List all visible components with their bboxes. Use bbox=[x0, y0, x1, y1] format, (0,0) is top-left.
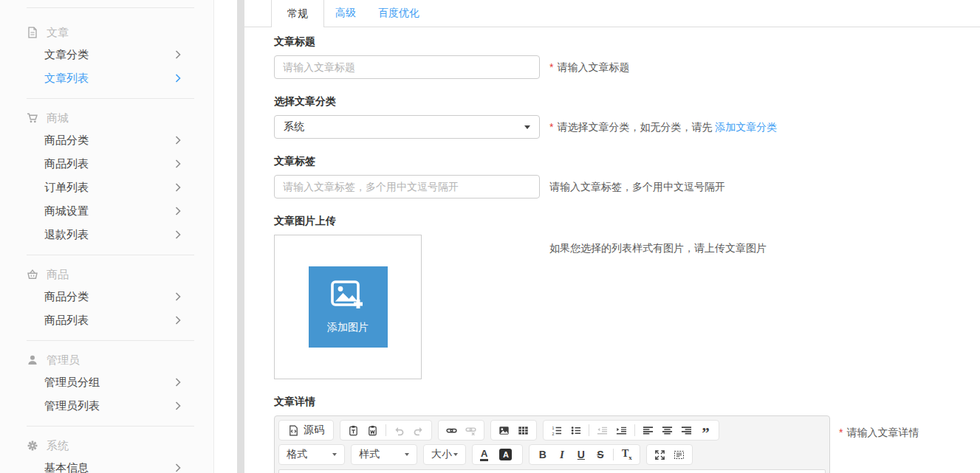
sidebar-section-mall: 商城 bbox=[0, 108, 213, 128]
sidebar-item-article-list[interactable]: 文章列表 bbox=[0, 66, 213, 90]
content-field-hint: *请输入文章详情 bbox=[839, 425, 919, 440]
remove-format-button[interactable]: Tx bbox=[617, 446, 636, 463]
blockquote-button[interactable]: ” bbox=[696, 421, 715, 439]
chevron-right-icon bbox=[175, 50, 181, 59]
chevron-right-icon bbox=[175, 183, 181, 192]
sidebar-item-mall-settings[interactable]: 商城设置 bbox=[0, 199, 213, 223]
format-combo-label: 格式 bbox=[287, 448, 307, 461]
tab-general[interactable]: 常规 bbox=[271, 0, 324, 27]
paste-word-icon bbox=[367, 425, 378, 436]
underline-button[interactable]: U bbox=[572, 446, 590, 463]
sidebar-item-label: 商品列表 bbox=[44, 314, 89, 328]
toolbar-separator bbox=[589, 424, 589, 436]
required-asterisk: * bbox=[549, 61, 553, 73]
sidebar-item-product-category[interactable]: 商品分类 bbox=[0, 285, 213, 308]
add-image-button[interactable]: 添加图片 bbox=[309, 266, 388, 348]
sidebar-item-goods-category[interactable]: 商品分类 bbox=[0, 128, 213, 152]
unlink-icon bbox=[465, 425, 476, 436]
indent-button[interactable] bbox=[612, 421, 631, 439]
strikethrough-button[interactable]: S bbox=[591, 446, 609, 463]
bulleted-list-button[interactable] bbox=[566, 421, 585, 439]
text-color-button[interactable]: A bbox=[476, 446, 495, 463]
sidebar-item-basic-info[interactable]: 基本信息 bbox=[0, 456, 213, 473]
unlink-button[interactable] bbox=[462, 421, 480, 439]
sidebar-item-refund-list[interactable]: 退款列表 bbox=[0, 223, 213, 246]
user-icon bbox=[27, 354, 38, 366]
add-image-button-label: 添加图片 bbox=[327, 321, 369, 334]
show-blocks-button[interactable] bbox=[670, 446, 688, 463]
article-title-input[interactable] bbox=[274, 55, 540, 79]
indent-icon bbox=[616, 425, 627, 436]
sidebar-item-order-list[interactable]: 订单列表 bbox=[0, 176, 213, 199]
vertical-scrollbar[interactable] bbox=[237, 0, 244, 473]
sidebar-item-article-category[interactable]: 文章分类 bbox=[0, 43, 213, 66]
link-button[interactable] bbox=[442, 421, 461, 439]
align-center-icon bbox=[662, 425, 673, 436]
redo-icon bbox=[413, 425, 424, 436]
size-combo[interactable]: 大小 bbox=[423, 444, 466, 465]
title-field-label: 文章标题 bbox=[274, 34, 958, 49]
paste-text-icon bbox=[348, 425, 359, 436]
sidebar-item-label: 商品列表 bbox=[44, 157, 89, 171]
italic-button[interactable]: I bbox=[552, 446, 571, 463]
sidebar-item-label: 商城设置 bbox=[44, 204, 89, 218]
divider bbox=[27, 340, 194, 341]
bulleted-list-icon bbox=[570, 425, 581, 436]
add-category-link[interactable]: 添加文章分类 bbox=[715, 121, 777, 133]
sidebar-item-admin-list[interactable]: 管理员列表 bbox=[0, 394, 213, 418]
tab-advanced[interactable]: 高级 bbox=[324, 0, 367, 27]
insert-image-button[interactable] bbox=[495, 421, 513, 439]
numbered-list-icon bbox=[551, 425, 562, 436]
sidebar-item-goods-list[interactable]: 商品列表 bbox=[0, 152, 213, 176]
combo-caret-icon bbox=[332, 453, 337, 456]
chevron-right-icon bbox=[175, 292, 181, 301]
sidebar-item-label: 管理员列表 bbox=[44, 399, 100, 413]
sidebar-item-admin-group[interactable]: 管理员分组 bbox=[0, 370, 213, 394]
outdent-button[interactable] bbox=[593, 421, 611, 439]
sidebar-section-label: 商品 bbox=[47, 268, 69, 282]
required-asterisk: * bbox=[549, 121, 553, 133]
chevron-right-icon bbox=[175, 463, 181, 472]
tab-baidu-seo[interactable]: 百度优化 bbox=[367, 0, 431, 27]
article-tags-input[interactable] bbox=[274, 175, 540, 198]
align-center-button[interactable] bbox=[658, 421, 676, 439]
chevron-right-icon bbox=[175, 378, 181, 387]
insert-table-button[interactable] bbox=[514, 421, 532, 439]
format-combo[interactable]: 格式 bbox=[278, 444, 345, 465]
show-blocks-icon bbox=[674, 449, 685, 460]
text-color-icon: A bbox=[480, 449, 488, 461]
align-left-button[interactable] bbox=[639, 421, 657, 439]
combo-caret-icon bbox=[405, 453, 409, 456]
sidebar-section-label: 管理员 bbox=[47, 353, 80, 367]
category-field-hint: *请选择文章分类，如无分类，请先 添加文章分类 bbox=[549, 120, 777, 134]
toolbar-separator bbox=[386, 424, 386, 436]
maximize-icon bbox=[654, 449, 665, 460]
category-select-value: 系统 bbox=[284, 120, 304, 134]
redo-button[interactable] bbox=[409, 421, 428, 439]
background-color-icon: A bbox=[499, 449, 512, 460]
style-combo[interactable]: 样式 bbox=[351, 444, 417, 465]
blockquote-icon: ” bbox=[702, 424, 710, 437]
size-combo-label: 大小 bbox=[431, 448, 452, 461]
category-field-label: 选择文章分类 bbox=[274, 94, 958, 108]
align-right-icon bbox=[681, 425, 692, 436]
sidebar-item-product-list[interactable]: 商品列表 bbox=[0, 308, 213, 332]
numbered-list-button[interactable] bbox=[547, 421, 566, 439]
source-code-button[interactable]: 源码 bbox=[283, 421, 329, 439]
image-field-label: 文章图片上传 bbox=[274, 213, 958, 228]
category-select[interactable]: 系统 bbox=[274, 115, 540, 139]
divider bbox=[27, 7, 194, 8]
undo-button[interactable] bbox=[390, 421, 408, 439]
panel-gutter bbox=[214, 0, 244, 473]
paste-from-word-button[interactable] bbox=[363, 421, 382, 439]
chevron-right-icon bbox=[175, 401, 181, 410]
paste-as-text-button[interactable] bbox=[344, 421, 363, 439]
toolbar-separator bbox=[613, 449, 614, 460]
background-color-button[interactable]: A bbox=[496, 446, 518, 463]
maximize-button[interactable] bbox=[651, 446, 669, 463]
editor-content-area[interactable] bbox=[278, 469, 826, 473]
bold-button[interactable]: B bbox=[533, 446, 552, 463]
link-icon bbox=[446, 425, 457, 436]
align-right-button[interactable] bbox=[677, 421, 696, 439]
undo-icon bbox=[394, 425, 405, 436]
